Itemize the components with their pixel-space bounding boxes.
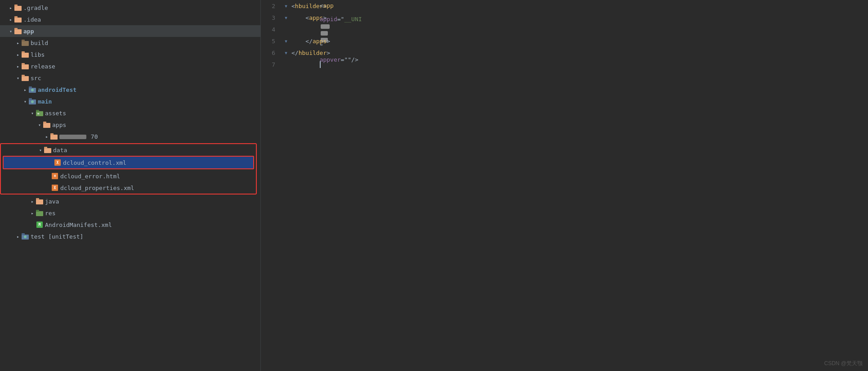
editor-content: 2 ▾ <hbuilder> 3 ▾ <apps> 4 <app appid="…	[261, 0, 868, 70]
tree-item-androidmanifest[interactable]: M AndroidManifest.xml	[0, 219, 260, 231]
folder-icon-app	[14, 27, 22, 35]
arrow-build[interactable]	[14, 39, 22, 46]
label-build: build	[31, 40, 48, 46]
folder-icon-uni70	[50, 133, 58, 140]
gutter-2: ▾	[282, 2, 290, 9]
tree-item-uni70[interactable]: 70	[0, 131, 260, 142]
line-number-5: 5	[261, 38, 282, 45]
svg-rect-30	[36, 198, 39, 200]
tree-item-dcloud-error[interactable]: H dcloud_error.html	[1, 170, 256, 182]
folder-icon-assets: ≡	[36, 109, 43, 117]
svg-rect-28	[44, 147, 47, 149]
tree-item-java[interactable]: java	[0, 195, 260, 207]
svg-rect-27	[44, 148, 51, 153]
line-content-7	[290, 54, 868, 75]
svg-rect-1	[14, 5, 18, 6]
arrow-main[interactable]	[22, 98, 29, 105]
label-assets: assets	[45, 110, 66, 117]
svg-rect-24	[43, 122, 46, 123]
tree-item-data[interactable]: data	[1, 144, 256, 156]
label-androidtest: androidTest	[38, 86, 76, 93]
svg-rect-4	[14, 29, 22, 34]
tree-item-apps[interactable]: apps	[0, 119, 260, 131]
arrow-androidtest[interactable]	[22, 86, 29, 93]
svg-rect-10	[22, 64, 29, 69]
tree-item-libs[interactable]: libs	[0, 49, 260, 60]
svg-rect-7	[22, 40, 25, 41]
folder-icon-test	[22, 233, 29, 240]
tree-item-assets[interactable]: ≡ assets	[0, 107, 260, 119]
folder-icon-gradle	[14, 4, 22, 11]
arrow-src[interactable]	[14, 74, 22, 81]
svg-rect-31	[36, 211, 43, 216]
label-data: data	[53, 147, 67, 154]
arrow-idea[interactable]	[7, 16, 14, 23]
folder-icon-libs	[22, 51, 29, 58]
file-icon-androidmanifest: M	[36, 221, 43, 228]
folder-icon-main	[29, 98, 36, 105]
label-src: src	[31, 75, 41, 81]
folder-icon-res	[36, 209, 43, 217]
arrow-dcloud-error	[44, 172, 51, 180]
tree-item-res[interactable]: res	[0, 207, 260, 219]
arrow-release[interactable]	[14, 63, 22, 70]
folder-icon-release	[22, 63, 29, 70]
svg-rect-9	[22, 51, 25, 53]
file-icon-dcloud-error: H	[51, 172, 58, 180]
svg-rect-12	[22, 76, 29, 81]
editor-panel[interactable]: 2 ▾ <hbuilder> 3 ▾ <apps> 4 <app appid="…	[261, 0, 868, 371]
arrow-test[interactable]	[14, 233, 22, 240]
arrow-uni70[interactable]	[43, 133, 50, 140]
label-main: main	[38, 98, 52, 105]
code-line-5: 5 ▾ </apps>	[261, 35, 868, 47]
tree-item-idea[interactable]: .idea	[0, 14, 260, 25]
svg-rect-23	[43, 123, 50, 128]
tree-item-gradle[interactable]: .gradle	[0, 2, 260, 14]
arrow-data[interactable]	[37, 146, 44, 154]
arrow-apps[interactable]	[36, 121, 43, 128]
arrow-libs[interactable]	[14, 51, 22, 58]
svg-rect-26	[50, 133, 54, 135]
gutter-6: ▾	[282, 49, 290, 56]
arrow-gradle[interactable]	[7, 4, 14, 11]
gutter-5: ▾	[282, 37, 290, 45]
svg-point-35	[24, 235, 27, 238]
line-number-6: 6	[261, 50, 282, 56]
label-apps: apps	[52, 122, 66, 128]
tree-item-main[interactable]: main	[0, 95, 260, 107]
arrow-dcloud-properties	[44, 184, 51, 191]
tree-item-app[interactable]: app	[0, 25, 260, 37]
svg-rect-11	[22, 63, 25, 65]
svg-point-19	[31, 100, 34, 103]
line-content-5: </apps>	[290, 38, 868, 45]
svg-rect-0	[14, 6, 22, 11]
tree-item-release[interactable]: release	[0, 60, 260, 72]
folder-icon-java	[36, 198, 43, 205]
svg-rect-25	[50, 135, 58, 140]
svg-text:≡: ≡	[37, 112, 40, 116]
svg-rect-3	[14, 16, 18, 18]
tree-item-androidtest[interactable]: androidTest	[0, 84, 260, 95]
file-icon-dcloud-properties: X	[51, 184, 58, 191]
svg-rect-8	[22, 53, 29, 58]
arrow-res[interactable]	[29, 209, 36, 217]
svg-rect-6	[22, 41, 29, 46]
arrow-java[interactable]	[29, 198, 36, 205]
label-libs: libs	[31, 51, 45, 58]
tree-item-dcloud-control[interactable]: X dcloud_control.xml	[4, 157, 253, 168]
label-release: release	[31, 63, 55, 70]
label-idea: .idea	[23, 16, 41, 23]
folder-icon-src	[22, 74, 29, 81]
arrow-app[interactable]	[7, 27, 14, 35]
svg-rect-18	[29, 98, 32, 100]
line-number-2: 2	[261, 3, 282, 9]
tree-item-test[interactable]: test [unitTest]	[0, 231, 260, 242]
arrow-assets[interactable]	[29, 109, 36, 117]
watermark: CSDN @梵天颚	[824, 360, 863, 367]
tree-item-src[interactable]: src	[0, 72, 260, 84]
label-dcloud-control: dcloud_control.xml	[63, 159, 126, 166]
tree-item-build[interactable]: build	[0, 37, 260, 49]
tree-item-dcloud-properties[interactable]: X dcloud_properties.xml	[1, 182, 256, 194]
line-number-4: 4	[261, 26, 282, 33]
file-tree-panel[interactable]: .gradle .idea app build libs	[0, 0, 261, 371]
